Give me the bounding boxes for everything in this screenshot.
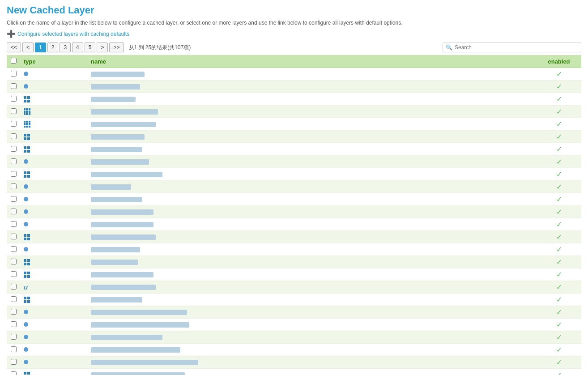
page-3-button[interactable]: 3: [60, 43, 71, 52]
row-checkbox[interactable]: [11, 121, 17, 127]
row-enabled: ✓: [537, 281, 581, 294]
row-name[interactable]: [87, 131, 537, 143]
row-enabled: ✓: [537, 193, 581, 206]
row-checkbox[interactable]: [11, 83, 17, 89]
row-name[interactable]: [87, 168, 537, 181]
row-checkbox[interactable]: [11, 158, 17, 164]
dot-icon: [24, 222, 28, 226]
page-5-button[interactable]: 5: [85, 43, 96, 52]
row-type: [20, 118, 87, 131]
row-type: [20, 193, 87, 206]
row-type: [20, 256, 87, 268]
page-4-button[interactable]: 4: [72, 43, 83, 52]
row-enabled: ✓: [537, 168, 581, 181]
row-type: [20, 156, 87, 168]
row-checkbox[interactable]: [11, 171, 17, 177]
name-blur: [91, 122, 156, 127]
row-checkbox[interactable]: [11, 346, 17, 352]
row-checkbox[interactable]: [11, 259, 17, 264]
table-row: ✓: [7, 131, 581, 143]
row-name[interactable]: [87, 206, 537, 218]
page-2-button[interactable]: 2: [47, 43, 59, 52]
row-name[interactable]: [87, 243, 537, 256]
row-name[interactable]: [87, 143, 537, 156]
row-enabled: ✓: [537, 81, 581, 93]
name-blur: [91, 109, 158, 115]
row-checkbox[interactable]: [11, 196, 17, 202]
row-checkbox[interactable]: [11, 246, 17, 252]
row-name[interactable]: [87, 156, 537, 168]
row-checkbox[interactable]: [11, 234, 17, 239]
row-name[interactable]: [87, 181, 537, 193]
row-name[interactable]: [87, 281, 537, 294]
row-checkbox[interactable]: [11, 108, 17, 114]
grid-icon: [24, 146, 30, 153]
name-blur: [91, 134, 145, 140]
row-name[interactable]: [87, 294, 537, 306]
name-blur: [91, 360, 198, 365]
row-name[interactable]: [87, 306, 537, 319]
table-row: ✓: [7, 243, 581, 256]
name-blur: [91, 97, 136, 102]
row-name[interactable]: [87, 268, 537, 281]
search-container: 🔍: [443, 43, 581, 52]
row-checkbox[interactable]: [11, 71, 17, 77]
checkmark-icon: ✓: [556, 196, 562, 203]
row-type: [20, 268, 87, 281]
row-name[interactable]: [87, 106, 537, 118]
row-name[interactable]: [87, 356, 537, 369]
row-enabled: ✓: [537, 231, 581, 243]
row-type: [20, 319, 87, 331]
name-blur: [91, 247, 140, 252]
row-checkbox[interactable]: [11, 309, 17, 315]
first-page-button[interactable]: <<: [7, 43, 21, 52]
row-name[interactable]: [87, 319, 537, 331]
row-name[interactable]: [87, 218, 537, 231]
row-checkbox[interactable]: [11, 359, 17, 365]
row-checkbox[interactable]: [11, 183, 17, 189]
name-blur: [91, 197, 142, 202]
row-name[interactable]: [87, 93, 537, 106]
row-checkbox[interactable]: [11, 296, 17, 302]
prev-page-button[interactable]: <: [22, 43, 34, 52]
row-checkbox[interactable]: [11, 209, 17, 214]
row-name[interactable]: [87, 369, 537, 375]
row-checkbox[interactable]: [11, 221, 17, 227]
row-enabled: ✓: [537, 331, 581, 344]
page-1-button[interactable]: 1: [35, 43, 46, 52]
row-checkbox[interactable]: [11, 371, 17, 375]
search-input[interactable]: [455, 44, 578, 51]
plus-icon: ➕: [7, 30, 16, 38]
row-checkbox[interactable]: [11, 133, 17, 139]
row-checkbox[interactable]: [11, 284, 17, 290]
row-name[interactable]: [87, 68, 537, 81]
next-page-button[interactable]: >: [97, 43, 108, 52]
table-header-row: type name enabled: [7, 55, 581, 68]
row-name[interactable]: [87, 118, 537, 131]
checkmark-icon: ✓: [556, 346, 562, 354]
config-link[interactable]: ➕ Configure selected layers with caching…: [7, 30, 581, 38]
row-name[interactable]: [87, 344, 537, 356]
row-checkbox[interactable]: [11, 334, 17, 340]
checkmark-icon: ✓: [556, 83, 562, 90]
name-blur: [91, 322, 189, 328]
dot-icon: [24, 84, 28, 89]
row-checkbox[interactable]: [11, 321, 17, 327]
row-checkbox[interactable]: [11, 271, 17, 277]
row-name[interactable]: [87, 256, 537, 268]
row-type: [20, 181, 87, 193]
row-name[interactable]: [87, 331, 537, 344]
row-name[interactable]: [87, 193, 537, 206]
row-type: [20, 131, 87, 143]
row-name[interactable]: [87, 81, 537, 93]
row-type: [20, 106, 87, 118]
last-page-button[interactable]: >>: [109, 43, 124, 52]
table-row: ✓: [7, 294, 581, 306]
row-type: [20, 356, 87, 369]
table-row: ✓: [7, 306, 581, 319]
row-name[interactable]: [87, 231, 537, 243]
row-checkbox[interactable]: [11, 96, 17, 102]
select-all-checkbox[interactable]: [11, 58, 17, 64]
row-checkbox[interactable]: [11, 146, 17, 152]
checkmark-icon: ✓: [556, 271, 562, 278]
